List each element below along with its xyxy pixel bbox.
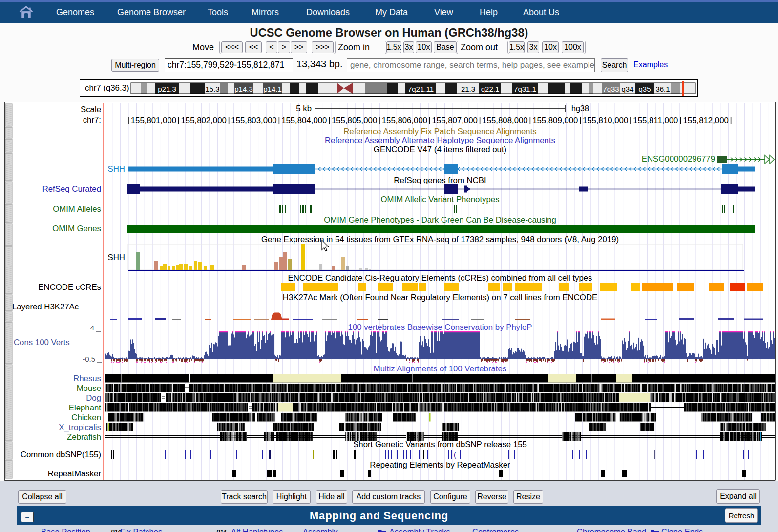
svg-text:q22.1: q22.1 (481, 85, 500, 93)
svg-text:OMIM Alleles: OMIM Alleles (53, 205, 101, 214)
svg-text:SHH: SHH (108, 253, 125, 262)
svg-text:p14.1: p14.1 (263, 85, 282, 93)
svg-text:Cons 100 Verts: Cons 100 Verts (14, 338, 70, 347)
svg-text:ENCODE cCREs: ENCODE cCREs (38, 283, 101, 292)
svg-text:X_tropicalis: X_tropicalis (59, 423, 101, 432)
svg-text:Scale: Scale (81, 105, 101, 114)
svg-text:155,803,000: 155,803,000 (231, 116, 276, 125)
svg-text:36.1: 36.1 (655, 85, 670, 93)
svg-text:155,810,000: 155,810,000 (583, 116, 628, 125)
svg-text:chr7:: chr7: (83, 115, 101, 124)
svg-text:ENSG00000296779: ENSG00000296779 (642, 154, 715, 164)
svg-text:Chicken: Chicken (71, 413, 101, 422)
svg-text:OMIM Genes: OMIM Genes (52, 224, 101, 233)
svg-text:Multiz Alignments of 100 Verte: Multiz Alignments of 100 Vertebrates (374, 364, 506, 373)
svg-text:Short Genetic Variants from db: Short Genetic Variants from dbSNP releas… (353, 440, 527, 449)
svg-text:155,801,000: 155,801,000 (131, 116, 176, 125)
svg-text:p21.3: p21.3 (158, 85, 176, 93)
svg-text:155,808,000: 155,808,000 (482, 116, 527, 125)
svg-text:Reference Assembly Alternate H: Reference Assembly Alternate Haplotype S… (325, 136, 555, 145)
svg-text:Reference Assembly Fix Patch S: Reference Assembly Fix Patch Sequence Al… (343, 127, 537, 136)
svg-text:155,807,000: 155,807,000 (432, 116, 478, 125)
svg-text:RefSeq genes from NCBI: RefSeq genes from NCBI (394, 176, 486, 185)
svg-text:H3K27Ac Mark (Often Found Near: H3K27Ac Mark (Often Found Near Regulator… (283, 293, 597, 302)
svg-text:Mouse: Mouse (77, 384, 101, 393)
svg-text:5 kb: 5 kb (296, 104, 312, 113)
svg-text:Zebrafish: Zebrafish (67, 432, 101, 442)
svg-text:155,805,000: 155,805,000 (332, 116, 377, 125)
svg-text:Gene Expression in 54 tissues: Gene Expression in 54 tissues from GTEx … (261, 235, 619, 244)
svg-text:21.3: 21.3 (461, 85, 475, 93)
svg-text:100 vertebrates Basewise Conse: 100 vertebrates Basewise Conservation by… (348, 323, 532, 332)
svg-text:155,802,000: 155,802,000 (181, 116, 227, 125)
svg-text:Repeating Elements by RepeatMa: Repeating Elements by RepeatMasker (370, 460, 510, 470)
svg-text:p14.3: p14.3 (234, 85, 253, 93)
svg-text:7q31.1: 7q31.1 (514, 85, 536, 93)
svg-text:Common dbSNP(155): Common dbSNP(155) (21, 450, 101, 459)
svg-text:7q33: 7q33 (603, 85, 619, 93)
svg-text:q35: q35 (638, 85, 651, 93)
svg-text:155,811,000: 155,811,000 (633, 116, 678, 125)
svg-text:155,804,000: 155,804,000 (281, 116, 327, 125)
svg-text:OMIM Gene Phenotypes - Dark Gr: OMIM Gene Phenotypes - Dark Green Can Be… (324, 215, 556, 225)
svg-text:Elephant: Elephant (69, 403, 102, 412)
svg-text:155,812,000: 155,812,000 (683, 116, 729, 125)
svg-text:GENCODE V47 (4 items filtered: GENCODE V47 (4 items filtered out) (374, 145, 506, 154)
svg-text:-0.5: -0.5 (83, 355, 95, 363)
svg-text:Dog: Dog (86, 393, 101, 403)
svg-text:4: 4 (90, 324, 94, 332)
svg-text:OMIM Allelic Variant Phenotype: OMIM Allelic Variant Phenotypes (380, 195, 499, 204)
svg-text:155,809,000: 155,809,000 (532, 116, 578, 125)
svg-text:(: ( (454, 450, 456, 459)
svg-text:15.3: 15.3 (205, 85, 219, 93)
svg-text:7q21.11: 7q21.11 (408, 85, 434, 93)
svg-text:q34: q34 (621, 85, 633, 93)
svg-text:RefSeq Curated: RefSeq Curated (42, 184, 101, 194)
svg-text:ENCODE Candidate Cis-Regulator: ENCODE Candidate Cis-Regulatory Elements… (288, 273, 592, 283)
svg-text:RepeatMasker: RepeatMasker (48, 469, 102, 478)
svg-text:Rhesus: Rhesus (73, 374, 101, 383)
svg-text:hg38: hg38 (571, 104, 589, 113)
svg-text:chr7 (q36.3): chr7 (q36.3) (85, 83, 129, 93)
svg-text:155,806,000: 155,806,000 (382, 116, 427, 125)
svg-text:Layered H3K27Ac: Layered H3K27Ac (12, 302, 79, 311)
svg-text:SHH: SHH (108, 164, 125, 174)
